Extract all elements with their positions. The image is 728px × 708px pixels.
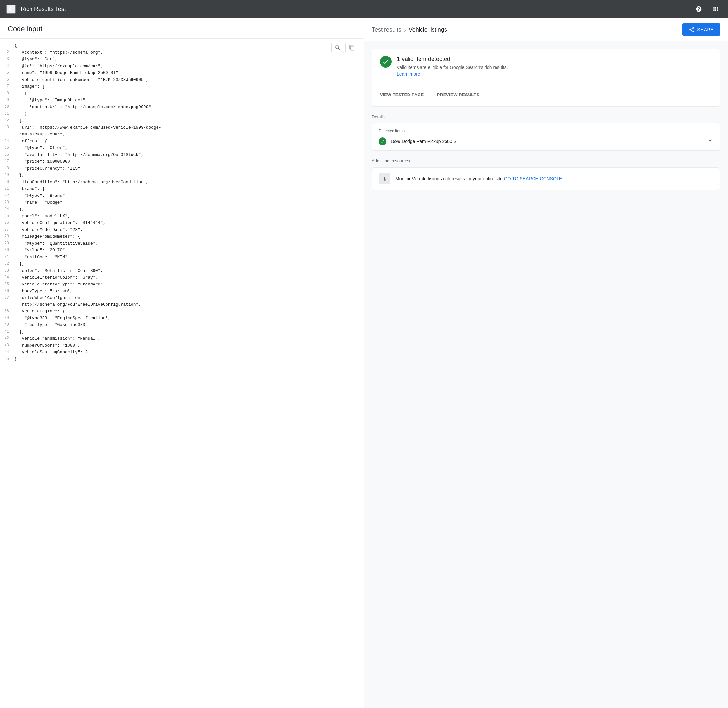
code-line: 1{ (0, 42, 364, 49)
code-line: 22 "@type": "Brand", (0, 193, 364, 199)
copy-code-button[interactable] (345, 42, 358, 53)
detected-items-label: Detected items (379, 129, 713, 133)
code-line: 31 "unitCode": "KTM" (0, 254, 364, 261)
code-lines: 1{ 2 "@context": "https://schema.org", 3… (0, 42, 364, 363)
code-line: 19 }, (0, 172, 364, 179)
code-line: 14 "offers": { (0, 138, 364, 145)
code-line: 29 "@type": "QuantitativeValue", (0, 240, 364, 247)
additional-resources-section: Additional resources Monitor Vehicle lis… (372, 158, 720, 190)
code-line: 25 "model": "model LX", (0, 213, 364, 220)
detected-item[interactable]: 1999 Dodge Ram Pickup 2500 ST (379, 137, 713, 145)
code-line: 39 "@type333": "EngineSpecification", (0, 315, 364, 322)
code-line: 4 "@id": "https://example.com/car", (0, 63, 364, 70)
code-toolbar (331, 42, 358, 53)
code-line: 15 "@type": "Offer", (0, 145, 364, 152)
details-label: Details (372, 114, 720, 119)
code-line: 43 "numberOfDoors": "1000", (0, 342, 364, 349)
code-line: 3 "@type": "Car", (0, 56, 364, 63)
chart-bar-icon (379, 173, 390, 184)
code-line: 26 "vehicleConfiguration": "ST44444", (0, 220, 364, 227)
code-line: 9 "@type": "ImageObject", (0, 97, 364, 104)
code-line: 16 "availability": "http://schema.org/Ou… (0, 152, 364, 158)
code-area[interactable]: 1{ 2 "@context": "https://schema.org", 3… (0, 39, 364, 708)
code-line: 44 "vehicleSeatingCapacity": 2 (0, 349, 364, 356)
breadcrumb: Test results › Vehicle listings (372, 26, 447, 33)
breadcrumb-current: Vehicle listings (409, 26, 447, 33)
share-button[interactable]: SHARE (682, 23, 720, 36)
code-line: 20 "itemCondition": "http://schema.org/U… (0, 179, 364, 186)
breadcrumb-separator: › (404, 26, 406, 33)
code-line: 7 "image": [ (0, 83, 364, 90)
code-line: 40 "fuelType": "Gasoline333" (0, 322, 364, 329)
code-line: 28 "mileageFromOdometer": { (0, 234, 364, 240)
right-header: Test results › Vehicle listings SHARE (364, 18, 728, 41)
valid-text: 1 valid item detected Valid items are el… (397, 56, 508, 78)
code-line: 5 "name": "1999 Dodge Ram Pickup 2500 ST… (0, 70, 364, 77)
breadcrumb-parent[interactable]: Test results (372, 26, 401, 33)
code-line: 38 "vehicleEngine": { (0, 308, 364, 315)
valid-header: 1 valid item detected Valid items are el… (380, 56, 712, 78)
chevron-down-icon (707, 137, 713, 145)
item-check-icon (379, 137, 386, 145)
detected-items-card: Detected items 1999 Dodge Ram Pickup 250… (372, 123, 720, 151)
view-tested-page-button[interactable]: VIEW TESTED PAGE (380, 90, 429, 100)
detected-item-name: 1999 Dodge Ram Pickup 2500 ST (390, 139, 459, 144)
top-navigation: Rich Results Test (0, 0, 728, 18)
code-line: 10 "contentUrl": "http://example.com/ima… (0, 104, 364, 111)
code-line: 42 "vehicleTransmission": "Manual", (0, 335, 364, 342)
share-label: SHARE (697, 27, 714, 32)
details-section: Details Detected items 1999 Dodge Ram Pi… (372, 114, 720, 151)
code-line: 36 "bodyType": "סוג רכב", (0, 288, 364, 295)
learn-more-link[interactable]: Learn more (397, 71, 420, 77)
detected-item-left: 1999 Dodge Ram Pickup 2500 ST (379, 137, 459, 145)
code-line: 32 }, (0, 261, 364, 268)
search-code-button[interactable] (331, 42, 344, 53)
additional-resources-label: Additional resources (372, 158, 720, 163)
code-line: 13 "url": "https://www.example.com/used-… (0, 125, 364, 138)
code-line: 18 "priceCurrency": "ILS" (0, 165, 364, 172)
help-icon[interactable] (693, 3, 705, 15)
app-title: Rich Results Test (21, 6, 688, 13)
code-line: 8 { (0, 90, 364, 97)
valid-check-icon (380, 56, 392, 68)
right-content: 1 valid item detected Valid items are el… (364, 41, 728, 198)
preview-results-button[interactable]: PREVIEW RESULTS (437, 90, 485, 100)
code-input-header: Code input (0, 18, 364, 39)
code-line: 30 "value": "20170", (0, 247, 364, 254)
code-line: 27 "vehicleModelDate": "23", (0, 227, 364, 234)
code-line: 34 "vehicleInteriorColor": "Gray", (0, 274, 364, 281)
code-line: 17 "price": 100000000, (0, 158, 364, 165)
code-line: 6 "vehicleIdentificationNumber": "1B7KF2… (0, 77, 364, 83)
code-line: 21 "brand": { (0, 186, 364, 193)
apps-icon[interactable] (710, 3, 722, 15)
main-layout: Code input 1{ 2 "@context": "https://sch… (0, 18, 728, 708)
code-line: 45} (0, 356, 364, 363)
code-line: 11 } (0, 111, 364, 118)
resource-text: Monitor Vehicle listings rich results fo… (396, 176, 713, 182)
code-line: 35 "vehicleInteriorType": "Standard", (0, 281, 364, 288)
code-line: 23 "name": "Dodge" (0, 199, 364, 206)
code-line: 2 "@context": "https://schema.org", (0, 49, 364, 56)
valid-description: Valid items are eligible for Google Sear… (397, 64, 508, 78)
go-to-search-console-link[interactable]: GO TO SEARCH CONSOLE (504, 176, 562, 181)
code-line: 24 }, (0, 206, 364, 213)
resource-card[interactable]: Monitor Vehicle listings rich results fo… (372, 167, 720, 190)
left-panel: Code input 1{ 2 "@context": "https://sch… (0, 18, 364, 708)
code-line: 12 ], (0, 118, 364, 125)
right-panel: Test results › Vehicle listings SHARE 1 … (364, 18, 728, 708)
valid-item-card: 1 valid item detected Valid items are el… (372, 49, 720, 106)
valid-headline: 1 valid item detected (397, 56, 508, 63)
code-line: 37 "driveWheelConfiguration": "http://sc… (0, 295, 364, 309)
action-buttons: VIEW TESTED PAGE PREVIEW RESULTS (380, 84, 712, 100)
code-line: 33 "color": "Metallic Tri-Coat 800", (0, 268, 364, 274)
back-button[interactable] (6, 4, 16, 14)
code-line: 41 }, (0, 329, 364, 335)
